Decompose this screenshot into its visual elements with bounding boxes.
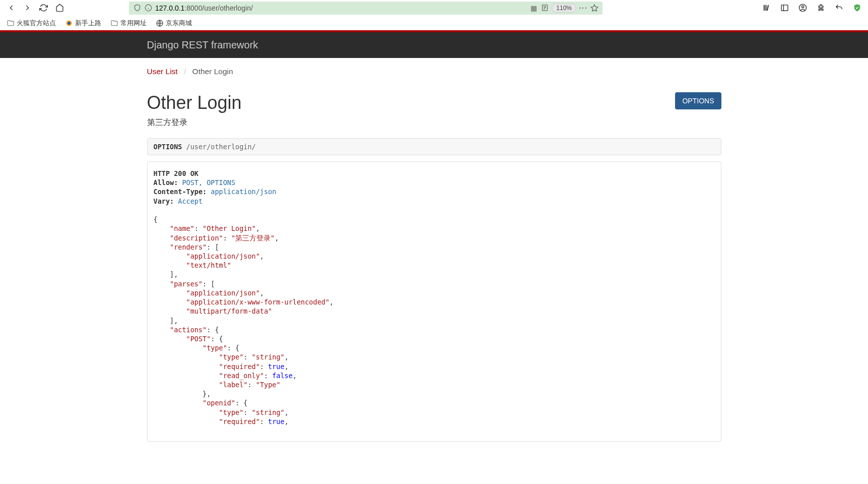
svg-point-16 <box>68 22 70 24</box>
forward-button[interactable] <box>20 2 34 15</box>
header-name: Content-Type: <box>154 188 207 196</box>
bookmark-label: 常用网址 <box>120 19 147 28</box>
qr-icon[interactable]: ▦ <box>529 4 538 12</box>
bookmark-star-icon[interactable] <box>590 4 598 12</box>
status-line: HTTP 200 OK <box>154 169 198 177</box>
shield-icon <box>133 4 141 12</box>
bookmark-label: 火狐官方站点 <box>17 19 56 28</box>
header-name: Vary: <box>154 197 174 205</box>
bookmark-item[interactable]: 新手上路 <box>62 18 104 29</box>
svg-rect-11 <box>781 5 788 11</box>
svg-rect-8 <box>763 5 764 11</box>
request-info: OPTIONS /user/otherlogin/ <box>147 138 721 155</box>
zoom-indicator[interactable]: 110% <box>552 4 576 13</box>
breadcrumb: User List / Other Login <box>147 58 721 81</box>
more-icon[interactable]: ··· <box>579 4 587 12</box>
sidebar-icon[interactable] <box>777 2 791 15</box>
firefox-icon <box>65 19 73 27</box>
browser-toolbar: 127.0.0.1:8000/user/otherlogin/ ▦ 110% ·… <box>0 0 868 16</box>
drf-navbar: Django REST framework <box>0 32 868 58</box>
svg-point-14 <box>802 6 804 8</box>
url-text: 127.0.0.1:8000/user/otherlogin/ <box>155 4 526 12</box>
bookmark-item[interactable]: 火狐官方站点 <box>4 18 58 29</box>
request-method: OPTIONS <box>154 143 182 151</box>
url-bar[interactable]: 127.0.0.1:8000/user/otherlogin/ ▦ 110% ·… <box>129 2 603 15</box>
bookmark-label: 京东商城 <box>166 19 192 28</box>
svg-rect-10 <box>766 5 768 11</box>
extensions-icon[interactable] <box>814 2 828 15</box>
breadcrumb-link-root[interactable]: User List <box>147 67 178 76</box>
options-button[interactable]: OPTIONS <box>675 92 721 109</box>
header-name: Allow: <box>154 178 178 187</box>
bookmark-label: 新手上路 <box>75 19 101 28</box>
page-header: Other Login 第三方登录 OPTIONS <box>147 92 721 128</box>
main-container: User List / Other Login Other Login 第三方登… <box>140 58 729 442</box>
breadcrumb-current: Other Login <box>192 67 233 76</box>
svg-marker-7 <box>591 5 597 11</box>
page-description: 第三方登录 <box>147 117 242 128</box>
undo-icon[interactable] <box>832 2 846 15</box>
page-title: Other Login <box>147 92 242 113</box>
back-button[interactable] <box>4 2 18 15</box>
library-icon[interactable] <box>759 2 773 15</box>
bookmark-bar: 火狐官方站点 新手上路 常用网址 京东商城 <box>0 16 868 30</box>
header-value: POST, OPTIONS <box>182 178 235 187</box>
reader-icon[interactable] <box>541 4 549 12</box>
brand-title[interactable]: Django REST framework <box>147 39 258 50</box>
bookmark-item[interactable]: 京东商城 <box>153 18 194 29</box>
svg-rect-9 <box>765 5 766 11</box>
bookmark-item[interactable]: 常用网址 <box>108 18 149 29</box>
breadcrumb-separator: / <box>184 67 186 76</box>
folder-icon <box>7 19 15 27</box>
toolbar-right-icons <box>759 2 864 15</box>
folder-icon <box>110 19 118 27</box>
account-icon[interactable] <box>795 2 810 15</box>
header-value: application/json <box>211 188 276 196</box>
globe-icon <box>156 19 164 27</box>
json-content: { "name": "Other Login", "description": … <box>154 215 715 426</box>
header-value: Accept <box>178 197 203 205</box>
info-icon[interactable] <box>144 4 152 12</box>
security-shield-icon[interactable] <box>850 2 864 15</box>
reload-button[interactable] <box>36 2 50 15</box>
response-body: HTTP 200 OK Allow: POST, OPTIONS Content… <box>147 161 721 442</box>
home-button[interactable] <box>52 2 66 15</box>
request-path: /user/otherlogin/ <box>182 143 255 151</box>
